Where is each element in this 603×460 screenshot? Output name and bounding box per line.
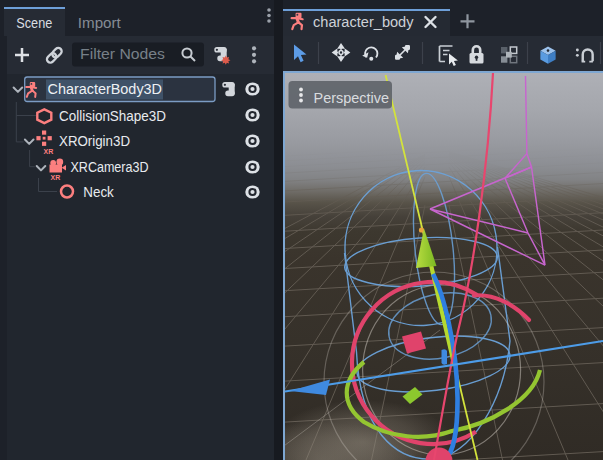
svg-text:Neck: Neck	[83, 184, 114, 200]
svg-text:XRCamera3D: XRCamera3D	[71, 159, 149, 175]
svg-text:Scene: Scene	[16, 15, 52, 31]
svg-text:XROrigin3D: XROrigin3D	[59, 133, 130, 149]
svg-text:Import: Import	[78, 15, 121, 31]
svg-text:XR: XR	[51, 174, 61, 181]
svg-text:Filter Nodes: Filter Nodes	[80, 46, 165, 62]
svg-text:CollisionShape3D: CollisionShape3D	[59, 108, 166, 124]
svg-text:Perspective: Perspective	[314, 89, 390, 106]
svg-text:CharacterBody3D: CharacterBody3D	[48, 81, 163, 97]
svg-text:character_body: character_body	[313, 14, 414, 30]
svg-text:XR: XR	[44, 148, 54, 155]
